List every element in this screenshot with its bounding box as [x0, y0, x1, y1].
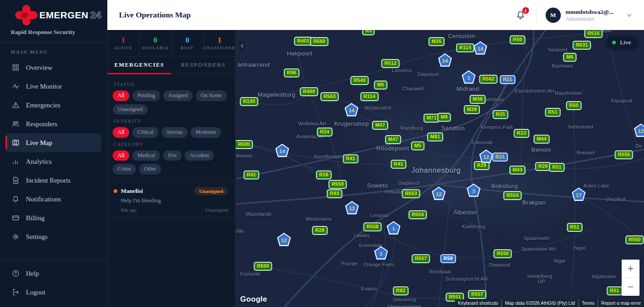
attribution-terms[interactable]: Terms: [578, 299, 598, 307]
filter-pill-accident[interactable]: Accident: [185, 150, 214, 161]
filter-pill-assigned[interactable]: Assigned: [163, 90, 193, 101]
road-badge: R28: [312, 226, 328, 235]
road-badge: M38: [470, 95, 486, 104]
road-badge: R23: [514, 129, 530, 138]
filter-pill-all[interactable]: All: [113, 90, 129, 101]
route-number: 1: [392, 226, 395, 231]
top-header: Live Operations Map 1 M mmmlotshwa2@... …: [107, 0, 644, 30]
stat-label: BUSY: [181, 46, 194, 50]
road-badge: M47: [372, 121, 388, 130]
emergency-list-item[interactable]: ManelisiUnassignedHelp I'm bleeding80h a…: [107, 181, 235, 218]
sidebar-item-notifications[interactable]: Notifications: [5, 190, 102, 209]
tab-responders[interactable]: RESPONDERS: [171, 56, 235, 74]
sidebar-item-incident-reports[interactable]: Incident Reports: [5, 171, 102, 190]
filter-group-severity: SEVERITYAllCriticalSeriousModerate: [113, 119, 230, 138]
warning-icon: [12, 101, 20, 109]
severity-dot-icon: [114, 189, 117, 193]
sidebar-item-help[interactable]: Help: [5, 264, 102, 283]
filter-pills: AllCriticalSeriousModerate: [113, 127, 230, 138]
live-label: Live: [620, 39, 631, 46]
app-logo: EMERGEN 24: [0, 0, 107, 26]
attribution-report-a-map-error[interactable]: Report a map error: [597, 299, 644, 307]
sidebar-item-emergencies[interactable]: Emergencies: [5, 96, 102, 115]
road-badge: M39: [464, 105, 480, 114]
filter-group-category: CATEGORYAllMedicalFireAccidentCrimeOther: [113, 142, 230, 175]
road-badge: R557: [468, 290, 486, 299]
filter-pill-other[interactable]: Other: [139, 164, 161, 175]
map-attribution: Keyboard shortcutsMap data ©2026 AfriGIS…: [455, 299, 644, 307]
attribution-keyboard-shortcuts[interactable]: Keyboard shortcuts: [455, 299, 501, 307]
stats-bar: 1ACTIVE0AVAILABLE0BUSY1UNASSIGNED: [107, 30, 235, 56]
filter-pill-all[interactable]: All: [113, 150, 129, 161]
stat-available: 0AVAILABLE: [140, 30, 172, 56]
filter-pill-critical[interactable]: Critical: [132, 127, 158, 138]
sidebar-item-settings[interactable]: Settings: [5, 227, 102, 246]
road-badge: R41: [244, 171, 259, 179]
panel-collapse-button[interactable]: [237, 38, 247, 54]
sidebar-item-analytics[interactable]: Analytics: [5, 152, 102, 171]
sidebar-item-responders[interactable]: Responders: [5, 115, 102, 133]
filter-pill-pending[interactable]: Pending: [132, 90, 160, 101]
road-badge: R25: [493, 110, 508, 119]
sidebar-item-billing[interactable]: Billing: [5, 209, 102, 227]
road-badge: R560: [310, 37, 328, 46]
emergency-row: ManelisiUnassigned: [114, 187, 228, 195]
filter-label: SEVERITY: [114, 119, 229, 124]
sidebar-item-label: Live Map: [26, 139, 52, 147]
stat-value: 1: [121, 36, 125, 44]
route-number: 12: [483, 154, 489, 160]
filter-pill-serious[interactable]: Serious: [161, 127, 187, 138]
filter-pill-on-scene[interactable]: On Scene: [196, 90, 226, 101]
live-map[interactable]: LytteltonCenturionTierpoortBashewaHekpoo…: [236, 30, 644, 307]
road-badge: R24: [317, 128, 333, 136]
sidebar-item-live-map[interactable]: Live Map: [5, 133, 102, 152]
route-number: 17: [576, 192, 582, 198]
google-logo[interactable]: Google: [240, 295, 267, 304]
road-badge: R550: [625, 235, 644, 244]
road-badge: R554: [408, 210, 427, 219]
company-subtitle: Rapid Response Security: [0, 26, 107, 42]
route-number: 12: [349, 206, 355, 211]
people-icon: [12, 120, 20, 128]
road-badge: R41: [343, 154, 359, 163]
road-badge: R51: [567, 223, 583, 232]
road-badge: R400: [300, 87, 318, 96]
sidebar: EMERGEN 24 Rapid Response Security MAIN …: [0, 0, 107, 307]
sidebar-item-overview[interactable]: Overview: [5, 58, 102, 77]
sidebar-item-label: Emergencies: [26, 102, 60, 109]
road-badge: M9: [437, 113, 451, 122]
filter-pills: AllPendingAssignedOn SceneUnassigned: [113, 90, 230, 115]
filter-group-status: STATUSAllPendingAssignedOn SceneUnassign…: [113, 82, 230, 115]
filter-pill-moderate[interactable]: Moderate: [191, 127, 221, 138]
help-icon: [12, 269, 20, 277]
road-badge: R82: [393, 286, 409, 295]
road-badge: M81: [427, 132, 443, 141]
filter-pill-unassigned[interactable]: Unassigned: [113, 104, 148, 115]
chevron-down-icon[interactable]: [626, 12, 632, 18]
road-badge: R59: [441, 254, 456, 263]
sidebar-footer: HelpLogout: [0, 259, 107, 307]
emergency-description: Help I'm bleeding: [114, 197, 228, 204]
user-menu[interactable]: M mmmlotshwa2@... Administrator: [546, 8, 632, 23]
sidebar-item-label: Notifications: [26, 196, 61, 203]
stat-value: 0: [186, 36, 190, 44]
road-badge: R93: [327, 189, 343, 198]
filter-pill-crime[interactable]: Crime: [113, 164, 136, 175]
filter-pill-fire[interactable]: Fire: [163, 150, 182, 161]
road-badge: R558: [363, 222, 381, 231]
road-badge: R631: [572, 41, 591, 50]
zoom-in-button[interactable]: +: [622, 260, 640, 277]
road-badge: R550: [493, 249, 512, 258]
filter-pill-medical[interactable]: Medical: [132, 150, 160, 161]
road-badge: R96: [284, 68, 300, 77]
zoom-out-button[interactable]: −: [622, 278, 640, 296]
status-badge: Unassigned: [194, 187, 228, 195]
notifications-bell-button[interactable]: 1: [516, 10, 525, 20]
filter-pill-all[interactable]: All: [113, 127, 129, 138]
road-badge: R100: [240, 97, 258, 106]
stat-label: AVAILABLE: [142, 46, 169, 50]
bars-icon: [12, 158, 20, 166]
sidebar-item-live-monitor[interactable]: Live Monitor: [5, 77, 102, 96]
tab-emergencies[interactable]: EMERGENCIES: [107, 56, 171, 74]
sidebar-item-logout[interactable]: Logout: [5, 283, 102, 302]
